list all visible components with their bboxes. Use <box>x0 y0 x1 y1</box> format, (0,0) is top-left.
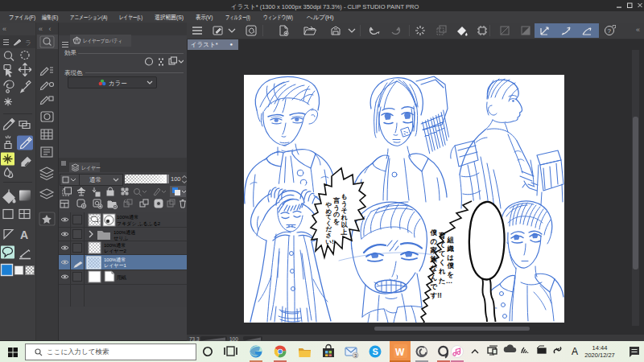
svg-text:S: S <box>373 347 378 356</box>
svg-text:レイヤー2: レイヤー2 <box>104 249 126 253</box>
svg-text:100%通過: 100%通過 <box>114 229 135 235</box>
svg-text:100%通常: 100%通常 <box>104 257 126 262</box>
svg-text:?: ? <box>608 27 612 35</box>
svg-text:A: A <box>20 228 28 241</box>
svg-text:100%通常: 100%通常 <box>104 242 126 248</box>
svg-text:用紙: 用紙 <box>117 275 126 281</box>
svg-text:100%通常: 100%通常 <box>117 214 138 220</box>
svg-text:W: W <box>395 347 405 358</box>
svg-text:ラ: ラ <box>25 39 31 47</box>
svg-text:レイヤー1: レイヤー1 <box>104 263 126 268</box>
svg-text:フキダシ ふるふる2: フキダシ ふるふる2 <box>117 221 161 226</box>
svg-text:せりふ: せりふ <box>114 236 128 241</box>
svg-text:A: A <box>572 346 578 357</box>
